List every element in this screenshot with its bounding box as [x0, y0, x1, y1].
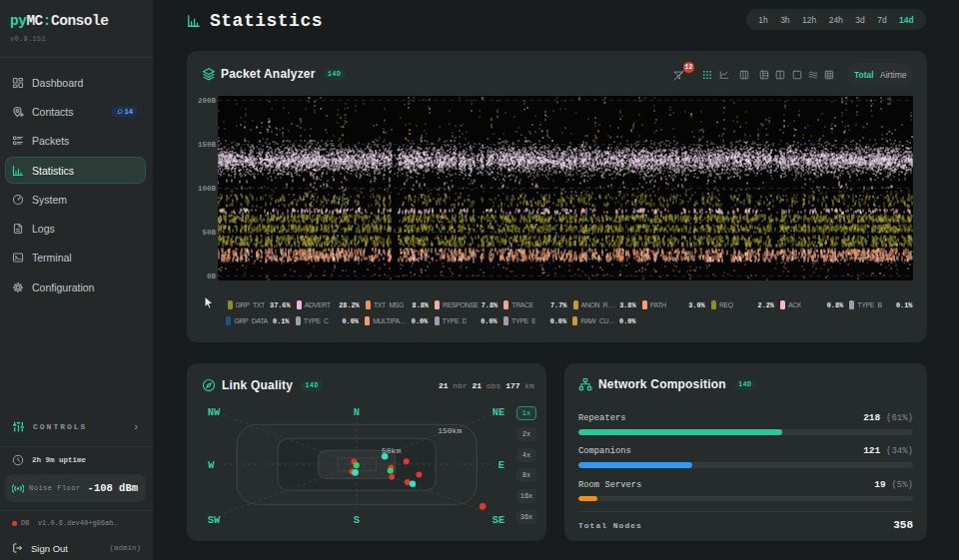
svg-text:S: S: [354, 514, 360, 526]
svg-text:150km: 150km: [438, 426, 462, 435]
svg-text:SW: SW: [208, 514, 221, 526]
svg-text:SE: SE: [492, 514, 505, 526]
svg-text:NW: NW: [208, 406, 221, 418]
svg-text:E: E: [498, 459, 504, 471]
svg-text:N: N: [354, 406, 360, 418]
svg-text:NE: NE: [492, 406, 505, 418]
svg-text:W: W: [208, 459, 215, 471]
